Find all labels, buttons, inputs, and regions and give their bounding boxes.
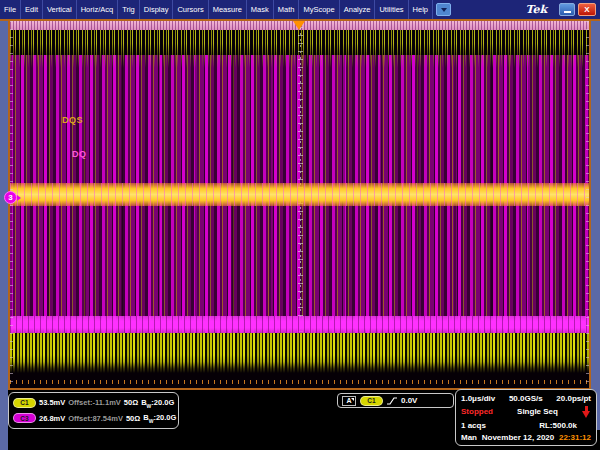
- time-display: 22:31:12: [559, 433, 591, 442]
- menu-item-math[interactable]: Math: [274, 0, 300, 19]
- trigger-arrow-icon: [582, 406, 591, 418]
- datetime-row: Man November 12, 2020 22:31:12: [461, 433, 591, 442]
- trigger-position-icon[interactable]: [293, 21, 305, 30]
- channel3-bandwidth: BW:20.0G: [143, 413, 176, 424]
- channel3-marker-label: 3: [8, 193, 12, 202]
- waveform-display[interactable]: DQS DQ 3: [8, 19, 591, 390]
- acquisition-status: Stopped: [461, 407, 493, 416]
- bottom-graticule-ticks: [10, 380, 589, 384]
- minimize-icon: [564, 11, 571, 13]
- trigger-readout-box[interactable]: A C1 0.0V: [337, 393, 454, 408]
- sample-rate: 50.0GS/s: [509, 394, 543, 403]
- menu-item-cursors[interactable]: Cursors: [173, 0, 208, 19]
- timebase-row: 1.0μs/div 50.0GS/s 20.0ps/pt: [461, 394, 591, 403]
- menu-item-file[interactable]: File: [0, 0, 21, 19]
- channel3-offset: Offset:87.54mV: [68, 414, 123, 423]
- channel3-termination: 50Ω: [126, 414, 140, 423]
- menu-item-help[interactable]: Help: [409, 0, 433, 19]
- channel3-badge[interactable]: C3: [13, 413, 36, 423]
- acquisition-mode: Single Seq: [517, 407, 558, 416]
- acquisition-count: 1 acqs: [461, 421, 486, 430]
- channel3-readout-row[interactable]: C3 26.8mV Offset:87.54mV 50Ω BW:20.0G: [13, 413, 174, 424]
- oscilloscope-screen: File Edit Vertical Horiz/Acq Trig Displa…: [0, 0, 600, 450]
- dq-label: DQ: [72, 149, 87, 159]
- menu-bar: File Edit Vertical Horiz/Acq Trig Displa…: [0, 0, 600, 19]
- channel1-readout-row[interactable]: C1 53.5mV Offset:-11.1mV 50Ω BW:20.0G: [13, 398, 174, 409]
- menu-item-measure[interactable]: Measure: [209, 0, 247, 19]
- right-graticule-ticks: [586, 21, 589, 388]
- trigger-mode: Man: [461, 433, 477, 442]
- dqs-label: DQS: [62, 115, 83, 125]
- trigger-channel-badge: C1: [360, 396, 383, 406]
- menu-item-mask[interactable]: Mask: [247, 0, 274, 19]
- menu-overflow-button[interactable]: [436, 3, 451, 16]
- menu-item-analyze[interactable]: Analyze: [340, 0, 376, 19]
- channel-readout-box[interactable]: C1 53.5mV Offset:-11.1mV 50Ω BW:20.0G C3…: [8, 392, 179, 429]
- trigger-level: 0.0V: [401, 396, 417, 405]
- c1-bottom-trace: [10, 333, 589, 373]
- dqs-strobe-band: [10, 183, 589, 206]
- c3-bottom-rail-trace: [10, 316, 589, 333]
- menu-item-edit[interactable]: Edit: [21, 0, 43, 19]
- rising-edge-icon: [387, 396, 397, 406]
- acquisition-status-row: Stopped Single Seq: [461, 406, 591, 418]
- acquisition-count-row: 1 acqs RL:500.0k: [461, 421, 591, 430]
- trigger-position-line: [298, 27, 303, 333]
- chevron-down-icon: [441, 8, 447, 12]
- tek-logo: Tek: [525, 3, 547, 16]
- channel1-badge[interactable]: C1: [13, 398, 36, 408]
- channel1-bandwidth: BW:20.0G: [141, 398, 174, 409]
- record-length: RL:500.0k: [539, 421, 577, 430]
- menu-item-display[interactable]: Display: [140, 0, 174, 19]
- menu-item-horiz-acq[interactable]: Horiz/Acq: [77, 0, 119, 19]
- resolution: 20.0ps/pt: [556, 394, 591, 403]
- channel3-reference-marker[interactable]: 3: [4, 191, 17, 204]
- channel1-offset: Offset:-11.1mV: [68, 398, 121, 407]
- right-bezel-strip: [591, 21, 600, 430]
- date-display: November 12, 2020: [482, 433, 555, 442]
- channel1-termination: 50Ω: [124, 398, 138, 407]
- trigger-source-badge: A: [342, 396, 356, 406]
- channel1-scale: 53.5mV: [39, 398, 65, 407]
- horizontal-scale: 1.0μs/div: [461, 394, 495, 403]
- left-graticule-ticks: [10, 21, 13, 388]
- menu-item-trig[interactable]: Trig: [118, 0, 140, 19]
- channel3-scale: 26.8mV: [39, 414, 65, 423]
- menu-item-vertical[interactable]: Vertical: [43, 0, 77, 19]
- horizontal-readout-box[interactable]: 1.0μs/div 50.0GS/s 20.0ps/pt Stopped Sin…: [455, 389, 597, 446]
- menu-item-utilities[interactable]: Utilities: [375, 0, 408, 19]
- menu-item-myscope[interactable]: MyScope: [299, 0, 339, 19]
- left-bezel-strip: [0, 21, 8, 450]
- minimize-button[interactable]: [559, 3, 575, 16]
- close-button[interactable]: X: [578, 3, 596, 16]
